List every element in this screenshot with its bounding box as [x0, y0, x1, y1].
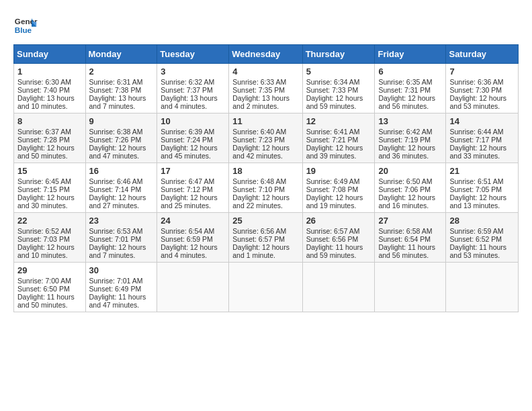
day-cell [157, 263, 229, 312]
day-info: Sunrise: 6:46 AM [89, 177, 154, 185]
day-info: Daylight: 13 hours [17, 94, 82, 102]
day-number: 22 [17, 216, 82, 226]
week-row-4: 22Sunrise: 6:52 AMSunset: 7:03 PMDayligh… [14, 213, 519, 263]
day-cell [229, 263, 302, 312]
day-info: Daylight: 12 hours [89, 193, 154, 201]
day-cell: 2Sunrise: 6:31 AMSunset: 7:38 PMDaylight… [85, 64, 157, 113]
day-info: Daylight: 12 hours [17, 193, 82, 201]
day-info: and 50 minutes. [17, 301, 82, 309]
day-info: and 19 minutes. [306, 201, 371, 210]
day-info: Sunrise: 7:01 AM [89, 277, 154, 285]
day-cell: 1Sunrise: 6:30 AMSunset: 7:40 PMDaylight… [14, 64, 86, 113]
day-cell: 3Sunrise: 6:32 AMSunset: 7:37 PMDaylight… [157, 64, 229, 113]
day-number: 4 [232, 66, 298, 77]
day-info: Daylight: 12 hours [161, 144, 225, 152]
day-info: and 59 minutes. [306, 251, 371, 259]
day-number: 30 [89, 265, 154, 275]
day-number: 27 [378, 216, 442, 226]
day-info: Sunrise: 6:50 AM [378, 177, 442, 185]
day-info: Sunset: 6:57 PM [232, 235, 298, 243]
day-info: Daylight: 12 hours [449, 94, 515, 102]
calendar-table: SundayMondayTuesdayWednesdayThursdayFrid… [13, 44, 519, 312]
day-cell [375, 263, 446, 312]
day-info: and 36 minutes. [378, 152, 442, 160]
day-info: Sunrise: 6:45 AM [17, 177, 82, 185]
day-cell [302, 263, 375, 312]
day-info: Daylight: 12 hours [232, 144, 298, 152]
day-number: 11 [232, 116, 298, 126]
day-info: Sunrise: 6:58 AM [378, 227, 442, 235]
day-cell: 4Sunrise: 6:33 AMSunset: 7:35 PMDaylight… [229, 64, 302, 113]
day-info: Daylight: 11 hours [89, 293, 154, 301]
day-info: Sunrise: 6:36 AM [449, 78, 515, 86]
day-info: Sunset: 7:24 PM [161, 136, 225, 144]
day-cell: 16Sunrise: 6:46 AMSunset: 7:14 PMDayligh… [85, 163, 157, 213]
day-info: and 59 minutes. [306, 102, 371, 110]
day-info: and 42 minutes. [232, 152, 298, 160]
day-info: Daylight: 12 hours [161, 193, 225, 201]
day-info: Daylight: 12 hours [449, 144, 515, 152]
day-cell: 6Sunrise: 6:35 AMSunset: 7:31 PMDaylight… [375, 64, 446, 113]
day-info: Sunrise: 6:40 AM [232, 128, 298, 136]
day-info: Daylight: 12 hours [306, 144, 371, 152]
logo-icon: General Blue [13, 13, 38, 38]
day-info: Sunset: 7:38 PM [89, 86, 154, 94]
day-number: 6 [378, 66, 442, 77]
day-info: and 47 minutes. [89, 301, 154, 309]
day-info: and 56 minutes. [378, 251, 442, 259]
day-info: and 45 minutes. [161, 152, 225, 160]
day-info: and 22 minutes. [232, 201, 298, 210]
day-cell: 19Sunrise: 6:49 AMSunset: 7:08 PMDayligh… [302, 163, 375, 213]
day-info: Daylight: 12 hours [378, 94, 442, 102]
day-number: 5 [306, 66, 371, 77]
week-row-5: 29Sunrise: 7:00 AMSunset: 6:50 PMDayligh… [14, 263, 519, 312]
day-info: and 56 minutes. [378, 102, 442, 110]
day-info: Sunrise: 6:56 AM [232, 227, 298, 235]
day-info: Sunrise: 6:51 AM [449, 177, 515, 185]
day-info: Daylight: 12 hours [89, 144, 154, 152]
day-cell: 29Sunrise: 7:00 AMSunset: 6:50 PMDayligh… [14, 263, 86, 312]
day-number: 18 [232, 166, 298, 176]
col-header-monday: Monday [85, 45, 157, 64]
day-info: Sunrise: 6:38 AM [89, 128, 154, 136]
day-number: 14 [449, 116, 515, 126]
day-info: Daylight: 12 hours [89, 243, 154, 251]
day-info: and 47 minutes. [89, 152, 154, 160]
day-number: 1 [17, 66, 82, 77]
day-info: Daylight: 12 hours [306, 94, 371, 102]
day-number: 24 [161, 216, 225, 226]
day-info: Sunset: 7:30 PM [449, 86, 515, 94]
day-info: Sunset: 7:28 PM [17, 136, 82, 144]
day-info: Sunset: 7:19 PM [378, 136, 442, 144]
day-info: Sunrise: 6:35 AM [378, 78, 442, 86]
day-info: Sunset: 7:14 PM [89, 185, 154, 193]
day-info: Sunset: 6:54 PM [378, 235, 442, 243]
day-cell: 22Sunrise: 6:52 AMSunset: 7:03 PMDayligh… [14, 213, 86, 263]
day-info: Sunrise: 6:41 AM [306, 128, 371, 136]
day-info: Sunset: 7:33 PM [306, 86, 371, 94]
day-info: Sunset: 6:56 PM [306, 235, 371, 243]
day-number: 17 [161, 166, 225, 176]
day-info: Sunset: 7:35 PM [232, 86, 298, 94]
day-number: 13 [378, 116, 442, 126]
day-info: Sunrise: 6:52 AM [17, 227, 82, 235]
day-info: Sunrise: 6:37 AM [17, 128, 82, 136]
day-info: Daylight: 12 hours [306, 193, 371, 201]
day-cell: 9Sunrise: 6:38 AMSunset: 7:26 PMDaylight… [85, 113, 157, 163]
day-info: Sunrise: 6:44 AM [449, 128, 515, 136]
week-row-2: 8Sunrise: 6:37 AMSunset: 7:28 PMDaylight… [14, 113, 519, 163]
day-info: and 4 minutes. [161, 251, 225, 259]
day-info: Sunset: 7:01 PM [89, 235, 154, 243]
day-info: Sunset: 7:31 PM [378, 86, 442, 94]
day-info: and 33 minutes. [449, 152, 515, 160]
day-info: Daylight: 12 hours [232, 243, 298, 251]
day-info: and 13 minutes. [449, 201, 515, 210]
day-number: 9 [89, 116, 154, 126]
day-info: Sunrise: 6:57 AM [306, 227, 371, 235]
day-info: Sunrise: 6:34 AM [306, 78, 371, 86]
day-info: Sunrise: 6:32 AM [161, 78, 225, 86]
day-cell: 26Sunrise: 6:57 AMSunset: 6:56 PMDayligh… [302, 213, 375, 263]
day-number: 25 [232, 216, 298, 226]
day-cell: 21Sunrise: 6:51 AMSunset: 7:05 PMDayligh… [446, 163, 519, 213]
day-cell: 18Sunrise: 6:48 AMSunset: 7:10 PMDayligh… [229, 163, 302, 213]
